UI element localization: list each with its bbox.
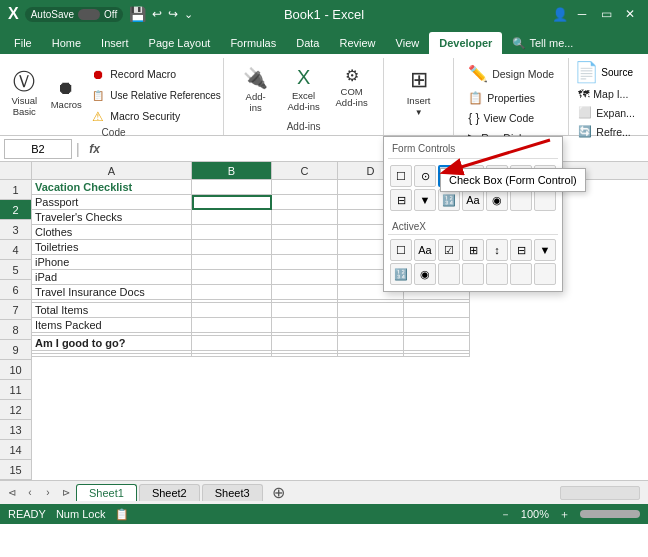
cell-a2[interactable]: Passport: [32, 195, 192, 210]
ax-icon-12[interactable]: [486, 263, 508, 285]
col-header-a[interactable]: A: [32, 162, 192, 179]
cell-c7[interactable]: [272, 270, 338, 285]
tab-tell-me[interactable]: 🔍Tell me...: [502, 32, 583, 54]
tab-developer[interactable]: Developer: [429, 32, 502, 54]
row-11[interactable]: 11: [0, 380, 32, 400]
row-13[interactable]: 13: [0, 420, 32, 440]
form-icon-8[interactable]: ⊟: [390, 189, 412, 211]
row-4[interactable]: 4: [0, 240, 32, 260]
ax-icon-7[interactable]: ▼: [534, 239, 556, 261]
add-ins-button[interactable]: 🔌 Add-ins: [233, 63, 279, 119]
cell-e15[interactable]: [404, 354, 470, 357]
col-header-c[interactable]: C: [272, 162, 338, 179]
view-code-button[interactable]: { } View Code: [464, 109, 538, 127]
row-5[interactable]: 5: [0, 260, 32, 280]
col-header-b[interactable]: B: [192, 162, 272, 179]
form-icon-11[interactable]: Aa: [462, 189, 484, 211]
insert-button[interactable]: ⊞ Insert ▼: [393, 63, 445, 119]
name-box[interactable]: B2: [4, 139, 72, 159]
customize-icon[interactable]: ⌄: [184, 8, 193, 21]
ax-icon-10[interactable]: [438, 263, 460, 285]
row-10[interactable]: 10: [0, 360, 32, 380]
record-macro-button[interactable]: ⏺ Record Macro: [86, 64, 225, 84]
cell-c2[interactable]: [272, 195, 338, 210]
cell-b1[interactable]: [192, 180, 272, 195]
restore-button[interactable]: ▭: [596, 4, 616, 24]
cell-a10[interactable]: Total Items: [32, 303, 192, 318]
cell-e11[interactable]: [404, 318, 470, 333]
close-button[interactable]: ✕: [620, 4, 640, 24]
properties-button[interactable]: 📋 Properties: [464, 89, 539, 107]
cell-a4[interactable]: Clothes: [32, 225, 192, 240]
form-icon-9[interactable]: ▼: [414, 189, 436, 211]
cell-b5[interactable]: [192, 240, 272, 255]
add-sheet-button[interactable]: ⊕: [269, 483, 289, 503]
ax-icon-2[interactable]: Aa: [414, 239, 436, 261]
cell-a3[interactable]: Traveler's Checks: [32, 210, 192, 225]
sheet-tab-3[interactable]: Sheet3: [202, 484, 263, 501]
tab-view[interactable]: View: [386, 32, 430, 54]
save-icon[interactable]: 💾: [129, 6, 146, 22]
account-icon[interactable]: 👤: [552, 7, 568, 22]
cell-b3[interactable]: [192, 210, 272, 225]
cell-b2[interactable]: [192, 195, 272, 210]
tab-file[interactable]: File: [4, 32, 42, 54]
cell-b15[interactable]: [192, 354, 272, 357]
tab-home[interactable]: Home: [42, 32, 91, 54]
expand-button[interactable]: ⬜ Expan...: [574, 104, 639, 121]
cell-c4[interactable]: [272, 225, 338, 240]
cell-a15[interactable]: [32, 354, 192, 357]
row-1[interactable]: 1: [0, 180, 32, 200]
cell-c15[interactable]: [272, 354, 338, 357]
cell-b4[interactable]: [192, 225, 272, 240]
cell-d10[interactable]: [338, 303, 404, 318]
cell-c11[interactable]: [272, 318, 338, 333]
form-icon-10[interactable]: 🔢: [438, 189, 460, 211]
fx-button[interactable]: fx: [84, 142, 106, 156]
cell-b13[interactable]: [192, 336, 272, 351]
sheet-scroll-bar[interactable]: [560, 486, 640, 500]
use-relative-button[interactable]: 📋 Use Relative References: [86, 85, 225, 105]
cell-c8[interactable]: [272, 285, 338, 300]
undo-icon[interactable]: ↩: [152, 7, 162, 21]
tab-formulas[interactable]: Formulas: [220, 32, 286, 54]
row-6[interactable]: 6: [0, 280, 32, 300]
zoom-out-icon[interactable]: －: [500, 507, 511, 522]
cell-a11[interactable]: Items Packed: [32, 318, 192, 333]
cell-c1[interactable]: [272, 180, 338, 195]
sheet-nav-next[interactable]: ›: [40, 485, 56, 501]
ax-icon-9[interactable]: ◉: [414, 263, 436, 285]
visual-basic-button[interactable]: Ⓥ VisualBasic: [2, 66, 46, 122]
ax-icon-6[interactable]: ⊟: [510, 239, 532, 261]
sheet-nav-last[interactable]: ⊳: [58, 485, 74, 501]
tab-data[interactable]: Data: [286, 32, 329, 54]
form-icon-13[interactable]: [510, 189, 532, 211]
zoom-slider[interactable]: [580, 510, 640, 518]
cell-c5[interactable]: [272, 240, 338, 255]
ax-icon-4[interactable]: ⊞: [462, 239, 484, 261]
zoom-in-icon[interactable]: ＋: [559, 507, 570, 522]
cell-a1[interactable]: Vacation Checklist: [32, 180, 192, 195]
cell-e13[interactable]: [404, 336, 470, 351]
formula-input[interactable]: [110, 139, 644, 159]
excel-add-ins-button[interactable]: X ExcelAdd-ins: [281, 63, 327, 119]
cell-d13[interactable]: [338, 336, 404, 351]
form-icon-12[interactable]: ◉: [486, 189, 508, 211]
cell-a6[interactable]: iPhone: [32, 255, 192, 270]
cell-c3[interactable]: [272, 210, 338, 225]
cell-c13[interactable]: [272, 336, 338, 351]
form-icon-2[interactable]: ⊙: [414, 165, 436, 187]
cell-a5[interactable]: Toiletries: [32, 240, 192, 255]
row-8[interactable]: 8: [0, 320, 32, 340]
cell-b7[interactable]: [192, 270, 272, 285]
row-12[interactable]: 12: [0, 400, 32, 420]
cell-a13[interactable]: Am I good to go?: [32, 336, 192, 351]
cell-c10[interactable]: [272, 303, 338, 318]
row-14[interactable]: 14: [0, 440, 32, 460]
source-button[interactable]: 📄 Source: [574, 60, 633, 84]
row-9[interactable]: 9: [0, 340, 32, 360]
refresh-button[interactable]: 🔄 Refre...: [574, 123, 634, 140]
macros-button[interactable]: ⏺ Macros: [48, 66, 84, 122]
sheet-tab-2[interactable]: Sheet2: [139, 484, 200, 501]
ax-icon-14[interactable]: [534, 263, 556, 285]
